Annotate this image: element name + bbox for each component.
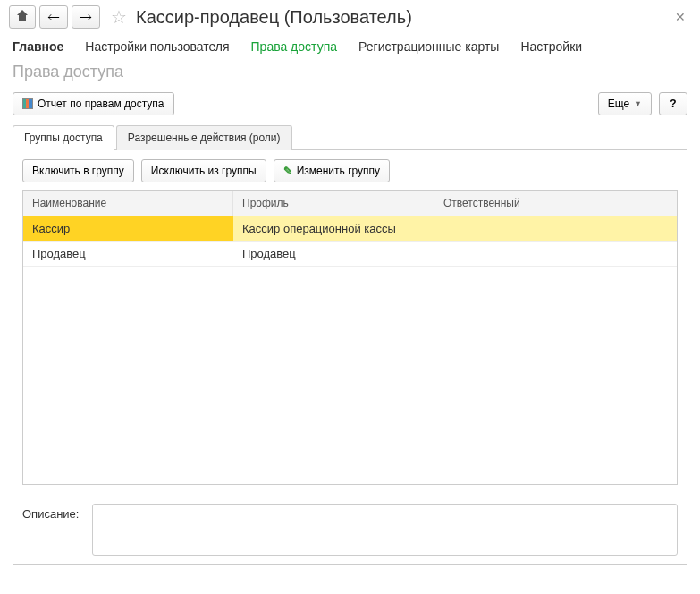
toolbar: Отчет по правам доступа Еще ▼ ? — [0, 89, 700, 124]
cell-responsible — [434, 216, 677, 241]
pencil-icon: ✎ — [283, 165, 292, 177]
grid-header: Наименование Профиль Ответственный — [23, 191, 677, 216]
edit-label: Изменить группу — [297, 165, 380, 177]
cell-name: Кассир — [23, 216, 233, 241]
cell-profile: Кассир операционной кассы — [233, 216, 434, 241]
access-report-button[interactable]: Отчет по правам доступа — [13, 92, 174, 115]
home-icon — [17, 12, 28, 22]
help-button[interactable]: ? — [659, 92, 687, 115]
exclude-group-button[interactable]: Исключить из группы — [141, 159, 266, 182]
col-header-responsible[interactable]: Ответственный — [434, 191, 677, 216]
back-button[interactable]: 🡐 — [39, 5, 68, 29]
exclude-label: Исключить из группы — [151, 165, 257, 177]
table-row[interactable]: Продавец Продавец — [23, 242, 677, 267]
description-row: Описание: — [22, 504, 678, 556]
report-icon — [22, 98, 33, 109]
section-subtitle: Права доступа — [0, 63, 700, 89]
more-button[interactable]: Еще ▼ — [598, 92, 652, 115]
inner-toolbar: Включить в группу Исключить из группы ✎ … — [22, 159, 678, 182]
menu-item-reg-cards[interactable]: Регистрационные карты — [358, 39, 499, 54]
more-label: Еще — [608, 98, 629, 110]
table-row[interactable]: Кассир Кассир операционной кассы — [23, 216, 677, 242]
access-report-label: Отчет по правам доступа — [38, 98, 164, 110]
grid: Наименование Профиль Ответственный Касси… — [22, 190, 678, 485]
help-label: ? — [670, 98, 676, 110]
include-label: Включить в группу — [32, 165, 124, 177]
menu-item-main[interactable]: Главное — [13, 39, 63, 54]
arrow-left-icon: 🡐 — [47, 11, 60, 23]
cell-name: Продавец — [23, 242, 233, 266]
top-bar: 🡐 🡒 ☆ Кассир-продавец (Пользователь) ✕ — [0, 0, 700, 34]
menu-item-user-settings[interactable]: Настройки пользователя — [85, 39, 229, 54]
cell-profile: Продавец — [233, 242, 434, 266]
include-group-button[interactable]: Включить в группу — [22, 159, 134, 182]
grid-body: Кассир Кассир операционной кассы Продаве… — [23, 216, 677, 484]
close-button[interactable]: ✕ — [670, 6, 691, 28]
favorite-star-icon[interactable]: ☆ — [111, 6, 127, 28]
cell-responsible — [434, 242, 677, 266]
edit-group-button[interactable]: ✎ Изменить группу — [274, 159, 390, 182]
col-header-name[interactable]: Наименование — [23, 191, 233, 216]
tab-allowed-actions[interactable]: Разрешенные действия (роли) — [116, 125, 292, 150]
arrow-right-icon: 🡒 — [80, 11, 92, 23]
col-header-profile[interactable]: Профиль — [233, 191, 434, 216]
description-label: Описание: — [22, 504, 85, 521]
home-button[interactable] — [9, 5, 36, 29]
tab-body: Включить в группу Исключить из группы ✎ … — [13, 150, 687, 565]
menu-item-settings[interactable]: Настройки — [520, 39, 582, 54]
menu-bar: Главное Настройки пользователя Права дос… — [0, 34, 700, 63]
forward-button[interactable]: 🡒 — [72, 5, 100, 29]
page-title: Кассир-продавец (Пользователь) — [136, 7, 664, 28]
tab-access-groups[interactable]: Группы доступа — [13, 125, 114, 150]
divider — [22, 496, 678, 496]
description-textarea[interactable] — [92, 504, 678, 556]
nav-group: 🡐 🡒 — [9, 5, 100, 29]
chevron-down-icon: ▼ — [634, 99, 642, 108]
menu-item-access-rights[interactable]: Права доступа — [251, 39, 337, 54]
tabs: Группы доступа Разрешенные действия (рол… — [13, 124, 687, 150]
